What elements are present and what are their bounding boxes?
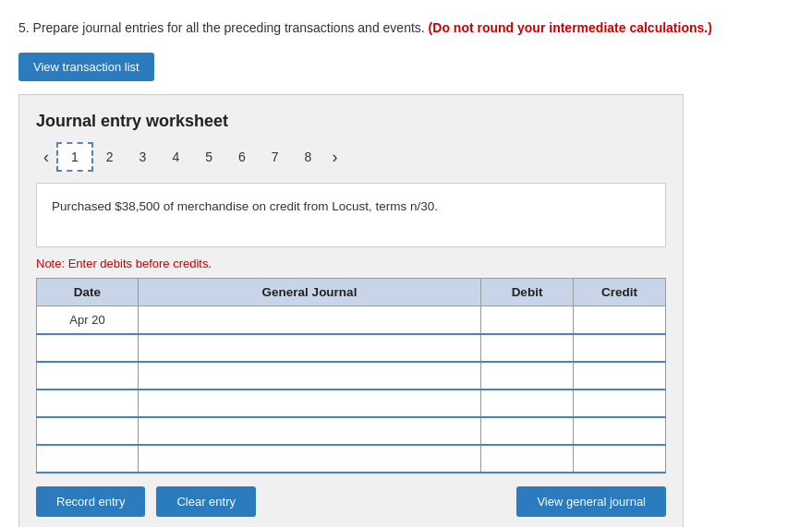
journal-cell-2[interactable] (139, 334, 481, 362)
question-bold-warning: (Do not round your intermediate calculat… (429, 20, 712, 35)
table-row: Apr 20 (37, 306, 666, 334)
debit-cell-2[interactable] (481, 334, 574, 362)
buttons-row: Record entry Clear entry View general jo… (36, 486, 666, 517)
tabs-row: ‹ 1 2 3 4 5 6 7 8 › (36, 142, 666, 172)
credit-cell-3[interactable] (574, 362, 666, 389)
tab-3[interactable]: 3 (127, 144, 160, 170)
transaction-description: Purchased $38,500 of merchandise on cred… (36, 183, 666, 247)
date-cell-6 (37, 445, 139, 473)
credit-input-6[interactable] (574, 446, 665, 472)
debit-cell-3[interactable] (481, 362, 574, 389)
debit-input-6[interactable] (481, 446, 573, 472)
date-cell-3 (37, 362, 139, 389)
table-header-credit: Credit (574, 279, 666, 306)
credit-input-2[interactable] (574, 335, 665, 361)
table-row (37, 334, 666, 362)
debit-cell-1[interactable] (481, 306, 574, 334)
debit-cell-5[interactable] (481, 417, 574, 445)
debit-input-4[interactable] (481, 390, 573, 416)
view-general-journal-button[interactable]: View general journal (516, 486, 666, 517)
journal-input-2[interactable] (139, 335, 480, 361)
date-cell-5 (37, 417, 139, 445)
question-header: 5. Prepare journal entries for all the p… (18, 18, 794, 38)
debit-input-1[interactable] (481, 306, 573, 333)
journal-cell-4[interactable] (139, 389, 481, 417)
note-text: Note: Enter debits before credits. (36, 257, 666, 270)
question-number: 5. (18, 20, 30, 35)
table-header-debit: Debit (481, 279, 574, 306)
tab-2[interactable]: 2 (93, 144, 127, 170)
credit-cell-2[interactable] (574, 334, 666, 362)
journal-cell-6[interactable] (139, 445, 481, 473)
credit-cell-4[interactable] (574, 389, 666, 417)
journal-input-1[interactable] (139, 306, 480, 333)
tab-7[interactable]: 7 (259, 144, 292, 170)
worksheet-title: Journal entry worksheet (36, 112, 666, 131)
credit-input-4[interactable] (574, 390, 665, 416)
credit-input-5[interactable] (574, 418, 665, 444)
credit-cell-1[interactable] (574, 306, 666, 334)
debit-input-3[interactable] (481, 363, 573, 389)
journal-input-6[interactable] (139, 446, 480, 472)
credit-cell-5[interactable] (574, 417, 666, 445)
table-header-date: Date (37, 279, 139, 306)
record-entry-button[interactable]: Record entry (36, 486, 145, 517)
next-tab-button[interactable]: › (324, 144, 345, 171)
table-header-journal: General Journal (139, 279, 481, 306)
debit-cell-4[interactable] (481, 389, 574, 417)
date-cell-4 (37, 389, 139, 417)
tab-1[interactable]: 1 (56, 142, 93, 172)
date-cell-1: Apr 20 (37, 306, 139, 334)
journal-table: Date General Journal Debit Credit Apr 20 (36, 278, 666, 473)
credit-input-1[interactable] (574, 306, 665, 333)
table-row (37, 362, 666, 389)
debit-input-5[interactable] (481, 418, 573, 444)
journal-cell-5[interactable] (139, 417, 481, 445)
journal-input-5[interactable] (139, 418, 480, 444)
tab-6[interactable]: 6 (225, 144, 259, 170)
date-cell-2 (37, 334, 139, 362)
tab-5[interactable]: 5 (192, 144, 225, 170)
credit-input-3[interactable] (574, 363, 665, 389)
journal-cell-1[interactable] (139, 306, 481, 334)
journal-input-3[interactable] (139, 363, 480, 389)
worksheet-container: Journal entry worksheet ‹ 1 2 3 4 5 6 7 … (18, 94, 684, 527)
question-text: Prepare journal entries for all the prec… (33, 20, 425, 35)
journal-cell-3[interactable] (139, 362, 481, 389)
tab-4[interactable]: 4 (159, 144, 192, 170)
table-row (37, 417, 666, 445)
table-row (37, 389, 666, 417)
tab-8[interactable]: 8 (292, 144, 325, 170)
credit-cell-6[interactable] (574, 445, 666, 473)
prev-tab-button[interactable]: ‹ (36, 144, 56, 171)
debit-input-2[interactable] (481, 335, 573, 361)
journal-input-4[interactable] (139, 390, 480, 416)
view-transactions-button[interactable]: View transaction list (18, 53, 154, 81)
table-row (37, 445, 666, 473)
debit-cell-6[interactable] (481, 445, 574, 473)
clear-entry-button[interactable]: Clear entry (156, 486, 256, 517)
